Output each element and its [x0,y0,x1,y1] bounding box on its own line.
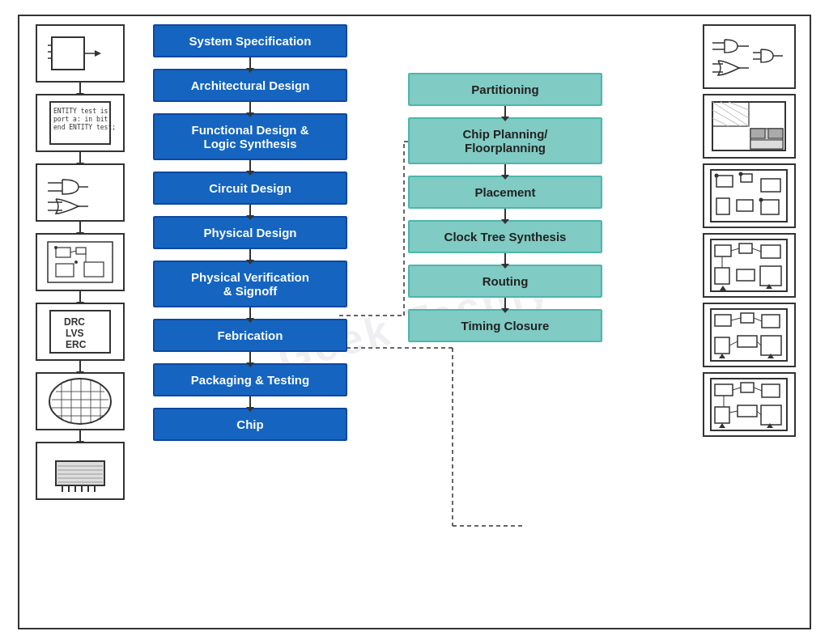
circuit-layout-icon [36,233,125,291]
svg-rect-116 [715,407,729,423]
packaging-testing-box: Packaging & Testing [153,363,347,396]
drc-lvs-erc-icon: DRC LVS ERC [36,303,125,361]
svg-rect-100 [715,315,731,326]
svg-text:DRC: DRC [64,316,85,328]
svg-rect-82 [737,200,753,211]
placement-cells-fr-icon [703,163,796,228]
svg-rect-78 [716,176,733,187]
arrow-3 [79,222,81,233]
svg-line-108 [729,341,738,345]
svg-rect-91 [715,268,729,284]
svg-rect-79 [741,174,752,182]
center-arrow-5 [249,249,251,261]
svg-text:port a: in bit;: port a: in bit; [53,116,112,123]
svg-rect-24 [76,248,86,254]
svg-rect-76 [750,140,783,149]
svg-rect-115 [762,384,780,397]
arrow-2 [79,152,81,163]
svg-line-121 [729,411,738,413]
svg-marker-97 [720,286,726,290]
svg-text:ENTITY test is: ENTITY test is [53,108,108,115]
svg-point-29 [54,246,57,249]
right-arrow-5 [504,298,506,309]
svg-line-68 [712,102,749,126]
svg-marker-125 [767,423,773,428]
arrow-6 [79,430,81,442]
logic-gates-fr-icon [703,24,796,89]
svg-rect-88 [715,245,731,256]
chip-planning-box: Chip Planning/Floorplanning [408,117,602,164]
chip-package-icon [36,442,125,500]
svg-rect-103 [715,337,729,354]
wafer-icon [36,372,125,430]
center-arrow-3 [249,160,251,172]
svg-line-106 [731,318,741,320]
placement-box: Placement [408,176,602,209]
physical-design-box: Physical Design [153,216,347,249]
svg-line-120 [754,388,762,391]
arrow-1 [79,83,81,94]
svg-rect-89 [739,244,752,253]
svg-line-119 [733,388,741,390]
right-arrow-3 [504,209,506,220]
svg-line-107 [754,318,762,321]
partitioning-box: Partitioning [408,73,602,106]
svg-point-35 [49,379,111,424]
svg-rect-80 [761,179,780,192]
block-diagram-icon [36,24,125,83]
center-arrow-6 [249,307,251,319]
svg-rect-26 [84,262,104,277]
svg-text:LVS: LVS [66,328,83,339]
center-arrow-8 [249,396,251,408]
svg-rect-114 [741,383,754,392]
left-icons-column: ENTITY test is port a: in bit; end ENTIT… [28,24,133,500]
svg-rect-83 [761,200,779,214]
center-flow-column: System Specification Architectural Desig… [145,24,355,441]
svg-rect-81 [716,198,729,214]
febrication-box: Febrication [153,319,347,352]
gate-diagram-icon [36,163,125,222]
svg-rect-117 [738,405,757,417]
timing-closure-box: Timing Closure [408,309,602,342]
architectural-design-box: Architectural Design [153,69,347,102]
svg-marker-110 [719,354,725,358]
vhdl-code-icon: ENTITY test is port a: in bit; end ENTIT… [36,94,125,152]
svg-rect-93 [760,266,781,286]
svg-rect-6 [52,37,84,70]
svg-rect-113 [715,384,733,396]
right-flow-column: Partitioning Chip Planning/Floorplanning… [400,24,610,342]
svg-rect-104 [738,336,757,347]
clock-tree-cells-fr-icon [703,233,796,298]
svg-rect-75 [768,129,783,138]
functional-design-box: Functional Design &Logic Synthesis [153,113,347,160]
circuit-design-box: Circuit Design [153,172,347,205]
svg-marker-11 [95,50,101,57]
center-arrow-4 [249,205,251,216]
chip-box: Chip [153,408,347,441]
floorplan-grid-fr-icon [703,94,796,159]
svg-rect-101 [741,313,754,323]
center-arrow-7 [249,352,251,363]
svg-rect-25 [56,264,74,277]
svg-marker-98 [766,284,772,289]
svg-rect-90 [761,245,780,258]
svg-point-86 [759,198,763,202]
right-arrow-4 [504,253,506,265]
center-arrow-1 [249,57,251,69]
center-arrow-2 [249,102,251,113]
svg-line-95 [752,248,761,252]
svg-rect-23 [56,248,70,257]
svg-marker-124 [719,423,725,428]
clock-tree-synthesis-box: Clock Tree Synthesis [408,220,602,253]
svg-line-70 [729,102,749,110]
svg-rect-74 [750,129,765,138]
svg-rect-105 [761,336,781,355]
arrow-5 [79,361,81,372]
svg-point-85 [739,172,743,176]
physical-verification-box: Physical Verification& Signoff [153,261,347,307]
routing-cells-fr-icon [703,303,796,367]
svg-line-27 [70,251,76,252]
svg-text:end ENTITY test;: end ENTITY test; [53,124,116,131]
svg-rect-92 [737,269,755,281]
svg-text:ERC: ERC [66,339,87,350]
